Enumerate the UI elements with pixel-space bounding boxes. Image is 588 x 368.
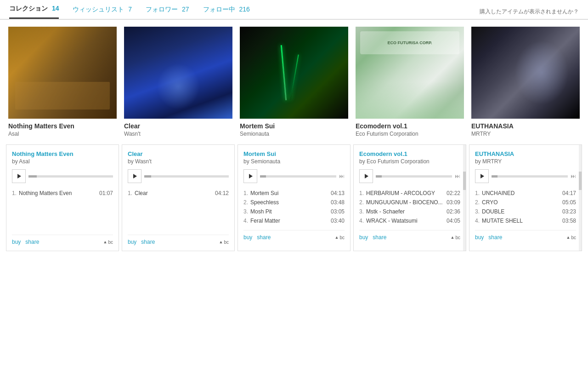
album-thumb-3[interactable] — [240, 27, 348, 119]
track-duration: 03:23 — [562, 208, 576, 215]
skip-btn-4[interactable]: ⏭ — [455, 173, 460, 179]
album-title-5: EUTHANASIA — [471, 122, 580, 130]
album-thumb-4[interactable]: ECO FUTURISA CORP. — [356, 27, 464, 119]
track-duration: 04:12 — [215, 190, 229, 196]
track-name[interactable]: CRYO — [482, 199, 562, 206]
track-item: 2. CRYO 05:05 — [475, 198, 576, 207]
album-cell-5: EUTHANASIA MRTRY — [468, 27, 583, 137]
tab-wishlist[interactable]: ウィッシュリスト 7 — [73, 6, 132, 18]
tab-followers[interactable]: フォロワー 27 — [146, 6, 189, 18]
album-title-4: Ecomodern vol.1 — [356, 122, 464, 130]
player-card-title-5[interactable]: EUTHANASIA — [475, 150, 576, 157]
player-card-artist-1: by Asal — [12, 158, 113, 165]
track-name[interactable]: Feral Matter — [250, 218, 331, 224]
share-link-5[interactable]: share — [488, 234, 502, 241]
track-item: 1. Mortem Sui 04:13 — [243, 189, 345, 198]
album-artist-2: Wasn't — [124, 131, 232, 137]
bc-logo-2: ▲ bc — [219, 240, 229, 245]
buy-link-2[interactable]: buy — [128, 239, 136, 245]
scroll-thumb-4[interactable] — [463, 172, 466, 190]
track-duration: 04:05 — [447, 218, 460, 224]
share-link-4[interactable]: share — [373, 234, 386, 241]
album-thumb-1[interactable] — [8, 27, 117, 119]
album-grid: Nothing Matters Even Asal Clear Wasn't M… — [0, 20, 588, 137]
tab-wishlist-count: 7 — [128, 6, 132, 13]
bc-logo-4: ▲ bc — [451, 235, 460, 240]
track-duration: 03:58 — [562, 218, 576, 224]
track-duration: 01:07 — [99, 190, 113, 196]
play-icon-2 — [133, 174, 137, 178]
player-card-artist-3: by Semionauta — [243, 158, 345, 165]
track-item: 1. Clear 04:12 — [128, 189, 229, 198]
album-cell-4: ECO FUTURISA CORP. Ecomodern vol.1 Eco F… — [352, 27, 468, 137]
bc-logo-3: ▲ bc — [335, 235, 345, 240]
track-num: 1. — [128, 190, 132, 196]
tab-collection-label: コレクション — [9, 5, 48, 12]
footer-links-1: buy share — [12, 239, 39, 245]
progress-bar-4[interactable] — [376, 175, 452, 178]
player-card-title-4[interactable]: Ecomodern vol.1 — [359, 150, 460, 157]
play-button-3[interactable] — [243, 169, 257, 183]
share-link-3[interactable]: share — [257, 234, 271, 241]
track-name[interactable]: HERBARIUM - ARCOLOGY — [366, 190, 447, 196]
track-name[interactable]: Clear — [135, 190, 215, 196]
progress-bar-3[interactable] — [260, 175, 336, 178]
share-link-1[interactable]: share — [25, 239, 39, 245]
player-card-3: Mortem Sui by Semionauta ⏭ 1. Mortem Sui… — [237, 144, 351, 251]
play-button-1[interactable] — [12, 169, 26, 183]
share-link-2[interactable]: share — [141, 239, 155, 245]
nav-help: 購入したアイテムが表示されませんか？ — [480, 8, 579, 16]
track-duration: 02:36 — [447, 208, 460, 215]
track-duration: 05:05 — [562, 199, 576, 206]
progress-bar-2[interactable] — [144, 175, 229, 178]
album-thumb-2[interactable] — [124, 27, 232, 119]
bc-logo-5: ▲ bc — [566, 235, 576, 240]
track-name[interactable]: Mosh Pit — [250, 208, 331, 215]
track-name[interactable]: Mstk - Schaefer — [366, 208, 447, 215]
player-card-title-2[interactable]: Clear — [128, 150, 229, 157]
play-button-4[interactable] — [359, 169, 373, 183]
track-item: 2. MUNGUUGNUM - BIOCENO... 03:09 — [359, 198, 460, 207]
tab-collection[interactable]: コレクション 14 — [9, 5, 59, 19]
buy-link-5[interactable]: buy — [475, 234, 484, 241]
track-name[interactable]: Mortem Sui — [250, 190, 331, 196]
card-footer-3: buy share ▲ bc — [243, 230, 345, 241]
player-controls-4: ⏭ — [359, 169, 460, 183]
buy-link-4[interactable]: buy — [359, 234, 368, 241]
track-name[interactable]: MUTATE SHELL — [482, 218, 562, 224]
footer-links-3: buy share — [243, 234, 271, 241]
track-name[interactable]: DOUBLE — [482, 208, 562, 215]
skip-btn-5[interactable]: ⏭ — [571, 173, 576, 179]
progress-fill-4 — [376, 175, 382, 178]
track-list-5: 1. UNCHAINED 04:17 2. CRYO 05:05 3. DOUB… — [475, 189, 576, 225]
track-item: 4. WRACK - Watatsumi 04:05 — [359, 216, 460, 225]
track-name[interactable]: Speechless — [250, 199, 331, 206]
track-name[interactable]: UNCHAINED — [482, 190, 562, 196]
tab-following[interactable]: フォロー中 216 — [203, 6, 250, 18]
track-name[interactable]: Nothing Matters Even — [19, 190, 99, 196]
track-item: 3. Mosh Pit 03:05 — [243, 207, 345, 216]
progress-bar-5[interactable] — [492, 175, 568, 178]
player-card-2: Clear by Wasn't 1. Clear 04:12 buy share… — [122, 144, 235, 251]
play-button-5[interactable] — [475, 169, 489, 183]
scroll-thumb-5[interactable] — [579, 172, 582, 190]
track-name[interactable]: WRACK - Watatsumi — [366, 218, 447, 224]
album-cell-2: Clear Wasn't — [120, 27, 236, 137]
footer-links-2: buy share — [128, 239, 155, 245]
buy-link-1[interactable]: buy — [12, 239, 21, 245]
album-thumb-5[interactable] — [471, 27, 580, 119]
track-duration: 03:09 — [447, 199, 460, 206]
card-footer-2: buy share ▲ bc — [128, 235, 229, 245]
track-name[interactable]: MUNGUUGNUM - BIOCENO... — [366, 199, 447, 206]
nav-tabs: コレクション 14 ウィッシュリスト 7 フォロワー 27 フォロー中 216 … — [0, 0, 588, 20]
progress-bar-1[interactable] — [28, 175, 113, 178]
scroll-indicator-5 — [579, 145, 582, 251]
play-button-2[interactable] — [128, 169, 141, 183]
track-duration: 03:48 — [331, 199, 345, 206]
track-item: 2. Speechless 03:48 — [243, 198, 345, 207]
track-item: 3. Mstk - Schaefer 02:36 — [359, 207, 460, 216]
player-card-title-1[interactable]: Nothing Matters Even — [12, 150, 113, 157]
buy-link-3[interactable]: buy — [243, 234, 252, 241]
player-card-title-3[interactable]: Mortem Sui — [243, 150, 345, 157]
skip-btn-3[interactable]: ⏭ — [339, 173, 345, 179]
